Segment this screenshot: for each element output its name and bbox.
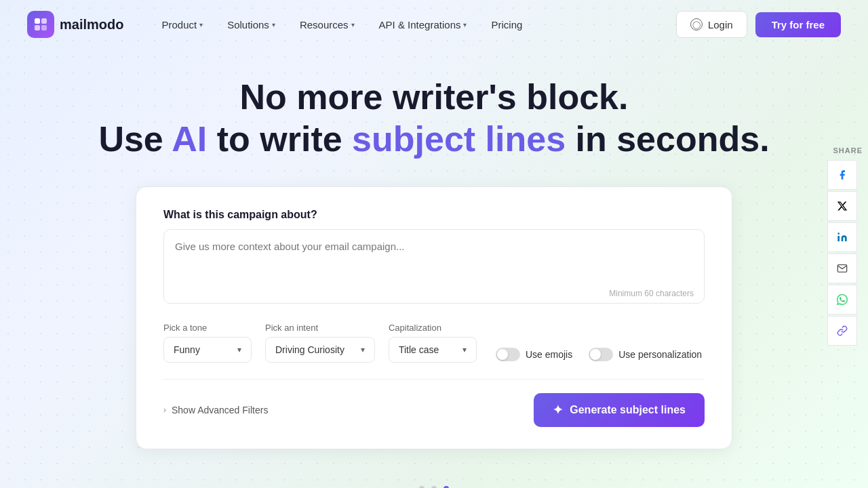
personalization-toggle-item: Use personalization	[589, 348, 702, 361]
cap-filter-group: Capitalization Title case ▾	[389, 323, 477, 363]
svg-rect-3	[41, 25, 47, 30]
logo-icon	[27, 11, 54, 38]
personalization-label: Use personalization	[618, 349, 702, 360]
nav-item-api[interactable]: API & Integrations ▾	[368, 14, 478, 36]
person-icon: ◯	[690, 18, 703, 30]
toggle-knob	[590, 349, 601, 360]
logo[interactable]: mailmodo	[27, 11, 123, 38]
intent-label: Pick an intent	[265, 323, 375, 333]
nav-item-pricing[interactable]: Pricing	[480, 14, 533, 36]
logo-text: mailmodo	[60, 17, 123, 33]
nav-links: Product ▾ Solutions ▾ Resources ▾ API & …	[151, 14, 675, 36]
chevron-down-icon: ▾	[462, 345, 467, 354]
tone-label: Pick a tone	[163, 323, 252, 333]
main-card: What is this campaign about? Minimum 60 …	[136, 186, 732, 449]
navbar: mailmodo Product ▾ Solutions ▾ Resources…	[0, 0, 868, 49]
advanced-filters-button[interactable]: › Show Advanced Filters	[163, 405, 268, 415]
toggle-knob	[497, 349, 508, 360]
chevron-down-icon: ▾	[237, 345, 241, 354]
bottom-dots	[0, 468, 868, 488]
linkedin-share-button[interactable]	[827, 222, 857, 252]
filters-row: Pick a tone Funny ▾ Pick an intent Drivi…	[163, 323, 705, 363]
char-hint: Minimum 60 characters	[609, 289, 694, 298]
login-button[interactable]: ◯ Login	[676, 11, 747, 38]
twitter-share-button[interactable]	[827, 191, 857, 221]
link-share-button[interactable]	[827, 316, 857, 346]
personalization-toggle[interactable]	[589, 348, 613, 361]
textarea-wrapper: Minimum 60 characters	[163, 229, 705, 306]
nav-item-solutions[interactable]: Solutions ▾	[216, 14, 286, 36]
whatsapp-share-button[interactable]	[827, 285, 857, 314]
svg-rect-0	[35, 18, 40, 24]
generate-button[interactable]: ✦ Generate subject lines	[534, 393, 705, 427]
cap-label: Capitalization	[389, 323, 477, 333]
wand-icon: ✦	[553, 403, 563, 418]
cap-select[interactable]: Title case ▾	[389, 337, 477, 363]
chevron-down-icon: ▾	[351, 21, 355, 28]
tone-filter-group: Pick a tone Funny ▾	[163, 323, 252, 363]
email-share-button[interactable]	[827, 253, 857, 283]
tone-select[interactable]: Funny ▾	[163, 337, 252, 363]
svg-point-4	[838, 232, 840, 235]
chevron-right-icon: ›	[163, 405, 166, 415]
share-label: SHARE	[827, 142, 868, 159]
svg-rect-1	[41, 18, 47, 24]
svg-rect-2	[35, 25, 40, 30]
intent-filter-group: Pick an intent Driving Curiosity ▾	[265, 323, 375, 363]
side-share: SHARE	[827, 142, 868, 346]
emoji-toggle-item: Use emojis	[496, 348, 572, 361]
try-for-free-button[interactable]: Try for free	[755, 12, 841, 37]
card-question: What is this campaign about?	[163, 209, 705, 221]
nav-item-product[interactable]: Product ▾	[151, 14, 214, 36]
emoji-label: Use emojis	[526, 349, 572, 360]
facebook-share-button[interactable]	[827, 160, 857, 190]
card-footer: › Show Advanced Filters ✦ Generate subje…	[163, 379, 705, 427]
hero-section: No more writer's block. Use AI to write …	[0, 49, 868, 186]
hero-heading: No more writer's block. Use AI to write …	[14, 76, 854, 161]
chevron-down-icon: ▾	[361, 345, 365, 354]
intent-select[interactable]: Driving Curiosity ▾	[265, 337, 375, 363]
chevron-down-icon: ▾	[199, 21, 203, 28]
emoji-toggle[interactable]	[496, 348, 520, 361]
toggle-group: Use emojis Use personalization	[496, 348, 702, 363]
nav-actions: ◯ Login Try for free	[676, 11, 841, 38]
chevron-down-icon: ▾	[272, 21, 275, 28]
nav-item-resources[interactable]: Resources ▾	[289, 14, 366, 36]
chevron-down-icon: ▾	[463, 21, 467, 28]
